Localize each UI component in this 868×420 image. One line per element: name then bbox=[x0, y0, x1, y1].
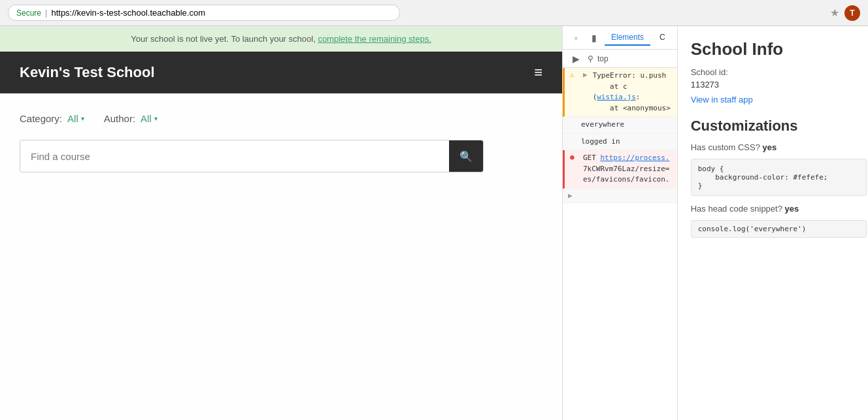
school-id-value: 113273 bbox=[691, 80, 867, 89]
banner-text: Your school is not live yet. To launch y… bbox=[131, 34, 316, 44]
main-content-area bbox=[0, 186, 562, 420]
inspect-icon[interactable]: ◦ bbox=[568, 30, 584, 46]
has-custom-css-value: yes bbox=[763, 142, 777, 152]
author-chevron-icon: ▾ bbox=[154, 115, 158, 122]
expand-arrow-icon[interactable]: ▶ bbox=[568, 191, 573, 200]
customizations-title: Customizations bbox=[691, 118, 867, 135]
school-id-label: School id: bbox=[691, 67, 867, 77]
device-toggle-icon[interactable]: ▮ bbox=[586, 30, 602, 46]
school-banner: Your school is not live yet. To launch y… bbox=[0, 26, 562, 52]
browser-actions: ★ T bbox=[830, 5, 860, 21]
filter-row: Category: All ▾ Author: All ▾ bbox=[20, 113, 542, 124]
user-avatar[interactable]: T bbox=[844, 5, 860, 21]
tab-console[interactable]: C bbox=[653, 30, 672, 46]
warn-icon: ⚠ bbox=[570, 71, 579, 79]
page-wrapper: Your school is not live yet. To launch y… bbox=[0, 26, 868, 420]
right-panels: ◦ ▮ Elements C ▶ ⚲ top ⚠ ▶ TypeError: u.… bbox=[562, 26, 868, 420]
console-entry-everywhere: everywhere bbox=[563, 117, 677, 134]
has-head-code-label: Has head code snippet? bbox=[691, 204, 782, 214]
devtools-panel: ◦ ▮ Elements C ▶ ⚲ top ⚠ ▶ TypeError: u.… bbox=[562, 26, 677, 420]
console-entry-loggedin: logged in bbox=[563, 134, 677, 151]
category-dropdown[interactable]: All ▾ bbox=[67, 113, 84, 124]
school-info-panel: School Info School id: 113273 View in st… bbox=[677, 26, 868, 420]
view-staff-link[interactable]: View in staff app bbox=[691, 95, 867, 105]
wistia-link[interactable]: wistia.js bbox=[597, 93, 636, 101]
tab-elements[interactable]: Elements bbox=[605, 30, 650, 46]
console-entry-typeerror: ⚠ ▶ TypeError: u.push at c (wistia.js: a… bbox=[563, 68, 677, 117]
console-entry-get: ● GET https://process. 7kCWRvm76Laz/resi… bbox=[563, 150, 677, 189]
complete-steps-link[interactable]: complete the remaining steps. bbox=[318, 34, 431, 44]
has-custom-css-row: Has custom CSS? yes bbox=[691, 142, 867, 152]
bookmark-icon[interactable]: ★ bbox=[830, 7, 839, 19]
get-link[interactable]: https://process. bbox=[601, 153, 670, 162]
console-text-loggedin: logged in bbox=[581, 137, 620, 148]
head-code-snippet: console.log('everywhere') bbox=[691, 220, 867, 238]
category-filter: Category: All ▾ bbox=[20, 113, 84, 124]
category-label: Category: bbox=[20, 113, 62, 124]
search-icon: 🔍 bbox=[459, 150, 473, 163]
author-dropdown[interactable]: All ▾ bbox=[141, 113, 158, 124]
console-text-everywhere: everywhere bbox=[581, 120, 624, 131]
category-value: All bbox=[67, 113, 78, 124]
hamburger-menu-icon[interactable]: ≡ bbox=[534, 64, 542, 81]
has-head-code-row: Has head code snippet? yes bbox=[691, 204, 867, 214]
url-bar[interactable]: Secure | https://kevin-s-test-school.tea… bbox=[8, 5, 400, 21]
expand-icon[interactable]: ▶ bbox=[583, 71, 588, 79]
site-area: Your school is not live yet. To launch y… bbox=[0, 26, 562, 420]
site-nav: Kevin's Test School ≡ bbox=[0, 52, 562, 93]
school-info-title: School Info bbox=[691, 39, 867, 59]
search-bar: 🔍 bbox=[20, 140, 484, 172]
author-value: All bbox=[141, 113, 152, 124]
console-text-typeerror: TypeError: u.push at c (wistia.js: at <a… bbox=[593, 71, 672, 114]
has-custom-css-label: Has custom CSS? bbox=[691, 142, 760, 152]
devtools-context-label: top bbox=[597, 54, 609, 63]
error-icon: ● bbox=[570, 153, 579, 161]
devtools-console: ⚠ ▶ TypeError: u.push at c (wistia.js: a… bbox=[563, 68, 677, 420]
url-text: https://kevin-s-test-school.teachable.co… bbox=[51, 8, 205, 18]
course-filter-area: Category: All ▾ Author: All ▾ bbox=[0, 93, 562, 186]
browser-chrome: Secure | https://kevin-s-test-school.tea… bbox=[0, 0, 868, 26]
devtools-back-icon[interactable]: ▶ bbox=[568, 51, 584, 67]
devtools-secondbar: ▶ ⚲ top bbox=[563, 50, 677, 68]
site-title: Kevin's Test School bbox=[20, 64, 155, 81]
author-filter: Author: All ▾ bbox=[104, 113, 158, 124]
devtools-topbar: ◦ ▮ Elements C bbox=[563, 26, 677, 50]
author-label: Author: bbox=[104, 113, 135, 124]
category-chevron-icon: ▾ bbox=[81, 115, 84, 122]
console-entry-expand: ▶ bbox=[563, 189, 677, 203]
search-button[interactable]: 🔍 bbox=[449, 140, 483, 172]
search-input[interactable] bbox=[20, 143, 449, 170]
devtools-stop-icon[interactable]: ⚲ bbox=[588, 54, 593, 63]
secure-indicator: Secure bbox=[16, 8, 41, 18]
console-text-get: GET https://process. 7kCWRvm76Laz/resize… bbox=[583, 153, 669, 186]
css-code-block: body { background-color: #fefefe; } bbox=[691, 159, 867, 196]
has-head-code-value: yes bbox=[785, 204, 799, 214]
